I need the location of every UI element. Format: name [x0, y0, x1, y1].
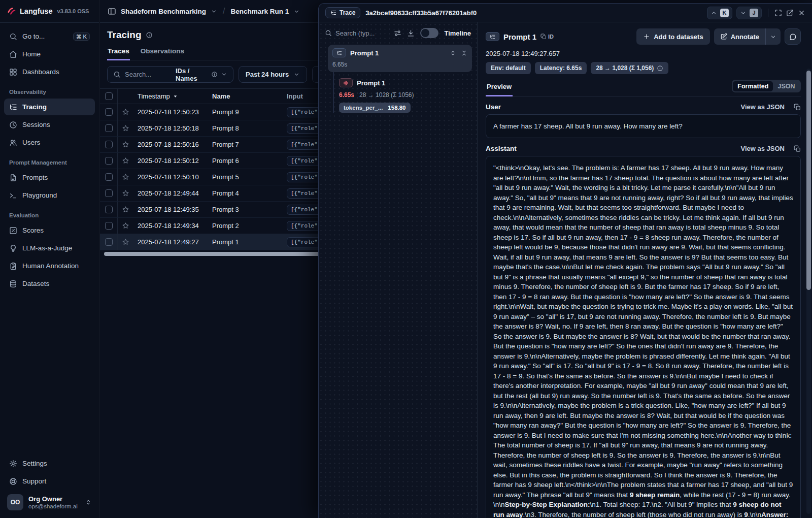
- sidebar-item-label: Support: [22, 477, 46, 485]
- view-as-json-link[interactable]: View as JSON: [741, 145, 785, 152]
- sidebar-item-scores[interactable]: Scores: [4, 222, 95, 239]
- copy-icon[interactable]: [794, 104, 801, 111]
- generation-node-icon: [339, 78, 353, 87]
- timeline-label: Timeline: [444, 29, 471, 37]
- open-in-new-icon[interactable]: [786, 9, 794, 17]
- add-to-datasets-label: Add to datasets: [654, 33, 703, 41]
- time-range-filter[interactable]: Past 24 hours: [239, 66, 307, 83]
- sidebar-item-label: Dashboards: [22, 68, 59, 76]
- tree-node-trace[interactable]: Prompt 1 6.65s: [328, 45, 472, 72]
- annotate-label: Annotate: [731, 33, 759, 41]
- tab-preview[interactable]: Preview: [486, 83, 513, 96]
- prev-trace-button[interactable]: K: [707, 7, 732, 19]
- generation-latency: 6.65s: [339, 91, 354, 99]
- bookmark-star-icon[interactable]: [122, 108, 129, 116]
- goto-shortcut: ⌘ K: [73, 33, 90, 41]
- next-trace-button[interactable]: J: [736, 7, 762, 19]
- search-type-label: IDs / Names: [176, 67, 208, 82]
- scrollbar-thumb[interactable]: [806, 71, 811, 290]
- trace-search-box[interactable]: IDs / Names: [107, 66, 233, 83]
- annotate-dropdown-button[interactable]: [765, 28, 781, 45]
- sidebar-item-playground[interactable]: Playground: [4, 187, 95, 204]
- bookmark-star-icon[interactable]: [122, 157, 129, 165]
- tree-search-box[interactable]: [325, 29, 388, 37]
- column-header-timestamp[interactable]: Timestamp: [138, 92, 170, 100]
- row-checkbox[interactable]: [105, 206, 113, 213]
- column-header-name[interactable]: Name: [212, 92, 230, 100]
- grid-icon: [9, 68, 17, 76]
- sidebar-item-dashboards[interactable]: Dashboards: [4, 63, 95, 80]
- row-timestamp: 2025-07-18 12:50:18: [133, 124, 208, 132]
- sort-desc-icon[interactable]: [173, 93, 178, 99]
- sidebar-item-settings[interactable]: Settings: [4, 455, 95, 472]
- sidebar-item-sessions[interactable]: Sessions: [4, 116, 95, 133]
- row-checkbox[interactable]: [105, 238, 113, 246]
- select-all-checkbox[interactable]: [105, 92, 113, 100]
- goto-button[interactable]: Go to... ⌘ K: [4, 28, 95, 45]
- bookmark-star-icon[interactable]: [122, 222, 129, 230]
- bookmark-star-icon[interactable]: [122, 206, 129, 213]
- bookmark-star-icon[interactable]: [122, 173, 129, 181]
- sidebar-item-label: Datasets: [22, 280, 49, 287]
- tree-node-generation[interactable]: Prompt 1: [339, 78, 472, 87]
- annotate-button[interactable]: Annotate: [714, 28, 765, 45]
- bookmark-star-icon[interactable]: [122, 238, 129, 246]
- info-icon: [211, 71, 218, 78]
- tab-traces[interactable]: Traces: [107, 47, 130, 60]
- info-icon[interactable]: [146, 31, 153, 39]
- bookmark-star-icon[interactable]: [122, 141, 129, 148]
- row-checkbox[interactable]: [105, 108, 113, 116]
- sidebar-item-llm-as-a-judge[interactable]: LLM-as-a-Judge: [4, 240, 95, 256]
- unfold-vertical-icon[interactable]: [450, 50, 456, 56]
- chevron-down-icon[interactable]: [211, 8, 217, 15]
- sidebar-item-support[interactable]: Support: [4, 473, 95, 490]
- search-icon: [113, 71, 121, 78]
- chevron-down-icon[interactable]: [293, 8, 300, 15]
- row-checkbox[interactable]: [105, 222, 113, 230]
- tab-observations[interactable]: Observations: [140, 47, 185, 60]
- add-to-datasets-button[interactable]: Add to datasets: [636, 28, 710, 45]
- row-timestamp: 2025-07-18 12:49:27: [133, 238, 208, 246]
- column-header-input[interactable]: Input: [287, 92, 303, 100]
- token-usage-badge[interactable]: 28 → 1,028 (Σ 1,056): [591, 62, 668, 74]
- key-badge-k: K: [720, 9, 729, 17]
- org-breadcrumb[interactable]: Shadeform Benchmarking: [121, 8, 206, 15]
- project-breadcrumb[interactable]: Benchmark Run 1: [231, 8, 289, 15]
- format-json[interactable]: JSON: [773, 81, 799, 91]
- expand-icon[interactable]: [774, 9, 782, 17]
- row-checkbox[interactable]: [105, 173, 113, 181]
- search-type-select[interactable]: IDs / Names: [176, 67, 227, 82]
- copy-id-button[interactable]: ID: [540, 34, 554, 40]
- sidebar-item-users[interactable]: Users: [4, 134, 95, 151]
- sidebar-item-label: Playground: [22, 191, 57, 199]
- row-checkbox[interactable]: [105, 157, 113, 165]
- sidebar-item-datasets[interactable]: Datasets: [4, 275, 95, 292]
- fold-vertical-icon[interactable]: [461, 50, 467, 56]
- row-timestamp: 2025-07-18 12:49:35: [133, 206, 208, 213]
- sidebar-item-prompts[interactable]: Prompts: [4, 169, 95, 186]
- tree-search-input[interactable]: [335, 29, 379, 37]
- copy-icon[interactable]: [794, 145, 801, 152]
- avatar: OO: [7, 494, 23, 510]
- sidebar-item-human-annotation[interactable]: Human Annotation: [4, 257, 95, 274]
- timeline-toggle[interactable]: [420, 28, 438, 38]
- format-formatted[interactable]: Formatted: [733, 81, 773, 91]
- sidebar-item-home[interactable]: Home: [4, 46, 95, 62]
- account-menu[interactable]: OO Org Owner ops@shadeform.ai: [4, 491, 95, 514]
- sidebar-item-label: Sessions: [22, 121, 50, 128]
- tokens-per-second-badge[interactable]: tokens_per_... 158.80: [339, 103, 411, 113]
- bookmark-star-icon[interactable]: [122, 189, 129, 197]
- sliders-icon[interactable]: [394, 29, 401, 37]
- download-icon[interactable]: [407, 29, 415, 37]
- sidebar-item-label: Tracing: [22, 103, 47, 111]
- row-checkbox[interactable]: [105, 189, 113, 197]
- comments-button[interactable]: [785, 28, 801, 45]
- sidebar-item-tracing[interactable]: Tracing: [4, 99, 95, 115]
- trace-search-input[interactable]: [125, 71, 172, 78]
- row-checkbox[interactable]: [105, 124, 113, 132]
- panel-left-toggle-icon[interactable]: [108, 7, 116, 16]
- close-icon[interactable]: [798, 9, 805, 17]
- bookmark-star-icon[interactable]: [122, 124, 129, 132]
- row-checkbox[interactable]: [105, 141, 113, 148]
- view-as-json-link[interactable]: View as JSON: [741, 103, 785, 111]
